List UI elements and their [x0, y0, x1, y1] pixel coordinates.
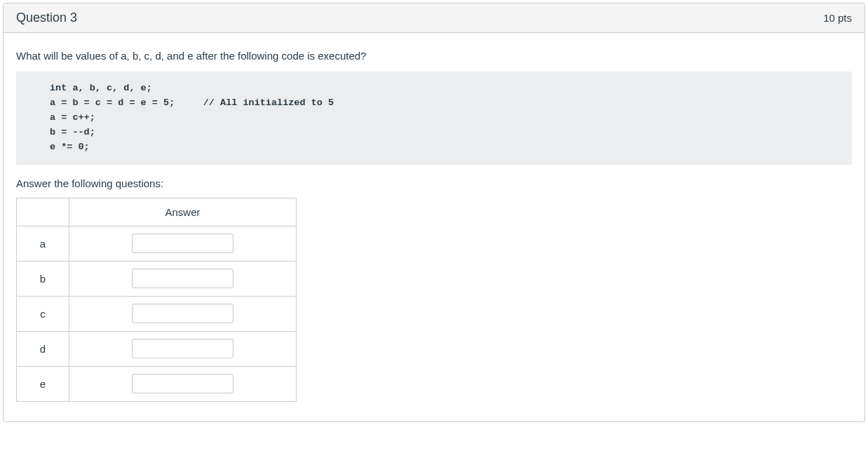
table-header-blank — [17, 198, 69, 226]
question-container: Question 3 10 pts What will be values of… — [3, 3, 865, 422]
input-cell — [69, 366, 297, 401]
var-label-a: a — [17, 226, 69, 261]
answer-input-d[interactable] — [132, 339, 233, 358]
input-cell — [69, 226, 297, 261]
table-header-answer: Answer — [69, 198, 297, 226]
input-cell — [69, 261, 297, 296]
question-header: Question 3 10 pts — [4, 4, 864, 33]
table-row: c — [17, 296, 297, 331]
answer-input-a[interactable] — [132, 234, 233, 253]
var-label-d: d — [17, 331, 69, 366]
table-row: a — [17, 226, 297, 261]
question-body: What will be values of a, b, c, d, and e… — [4, 33, 864, 421]
question-prompt: What will be values of a, b, c, d, and e… — [16, 50, 852, 62]
input-cell — [69, 296, 297, 331]
question-title: Question 3 — [16, 11, 77, 25]
table-row: e — [17, 366, 297, 401]
answer-input-c[interactable] — [132, 304, 233, 323]
code-block: int a, b, c, d, e; a = b = c = d = e = 5… — [16, 72, 852, 165]
question-points: 10 pts — [823, 12, 852, 24]
answer-table: Answer a b c — [16, 198, 297, 402]
answer-input-b[interactable] — [132, 269, 233, 288]
table-row: d — [17, 331, 297, 366]
answer-input-e[interactable] — [132, 374, 233, 393]
var-label-e: e — [17, 366, 69, 401]
table-row: b — [17, 261, 297, 296]
var-label-b: b — [17, 261, 69, 296]
question-subprompt: Answer the following questions: — [16, 177, 852, 189]
var-label-c: c — [17, 296, 69, 331]
input-cell — [69, 331, 297, 366]
